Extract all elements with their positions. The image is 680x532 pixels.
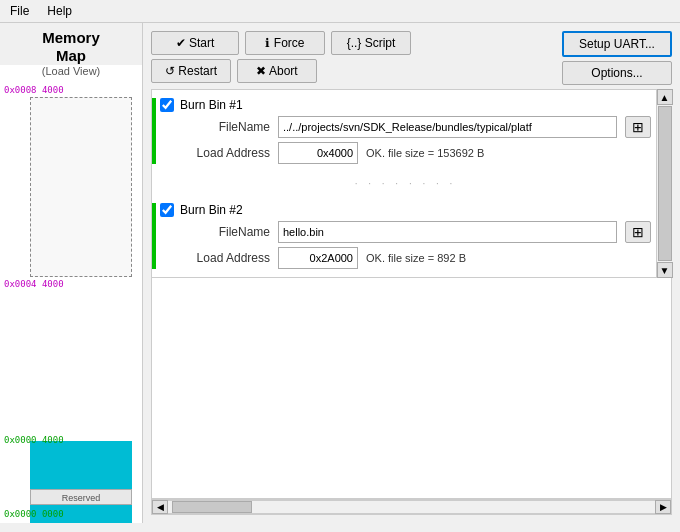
burn-bin-1: Burn Bin #1 FileName ⊞ Load Address [160,98,651,164]
script-button[interactable]: {..} Script [331,31,411,55]
toolbar-right: Setup UART... Options... [562,31,672,85]
toolbar-row-1: ✔ Start ℹ Force {..} Script [151,31,411,55]
bin1-left-bar [152,98,156,164]
setup-uart-button[interactable]: Setup UART... [562,31,672,57]
bin1-checkbox[interactable] [160,98,174,112]
bin2-label: Burn Bin #2 [180,203,243,217]
scroll-down-button[interactable]: ▼ [657,262,673,278]
content-area: Burn Bin #1 FileName ⊞ Load Address [143,89,680,523]
scroll-left-button[interactable]: ◀ [152,500,168,514]
bin1-load-address-label: Load Address [180,146,270,160]
lower-area [151,278,672,499]
bin1-filename-label: FileName [180,120,270,134]
bin2-body: FileName ⊞ Load Address OK. file size = … [160,221,651,269]
bin2-browse-button[interactable]: ⊞ [625,221,651,243]
burn-bin-2: Burn Bin #2 FileName ⊞ Load Address [160,203,651,269]
bin2-filename-input[interactable] [278,221,617,243]
mem-label-bottom: 0x0000 0000 [4,509,64,519]
bin1-status: OK. file size = 153692 B [366,147,484,159]
bin2-left-bar [152,203,156,269]
restart-button[interactable]: ↺ Restart [151,59,231,83]
memory-map-area: 0x0008 4000 0x0004 4000 0x0000 4000 Rese… [0,81,142,523]
bin1-filename-row: FileName ⊞ [180,116,651,138]
bins-area: Burn Bin #1 FileName ⊞ Load Address [151,89,672,278]
bin1-body: FileName ⊞ Load Address OK. file size = … [160,116,651,164]
bin2-filename-label: FileName [180,225,270,239]
menu-file[interactable]: File [6,2,33,20]
menu-bar: File Help [0,0,680,23]
bin2-checkbox[interactable] [160,203,174,217]
toolbar: ✔ Start ℹ Force {..} Script ↺ Restart ✖ … [143,23,680,89]
main-layout: MemoryMap (Load View) 0x0008 4000 0x0004… [0,23,680,523]
scroll-h-track [168,500,655,514]
right-panel: ✔ Start ℹ Force {..} Script ↺ Restart ✖ … [143,23,680,523]
force-button[interactable]: ℹ Force [245,31,325,55]
start-button[interactable]: ✔ Start [151,31,239,55]
bin2-header: Burn Bin #2 [160,203,651,217]
menu-help[interactable]: Help [43,2,76,20]
bin1-header: Burn Bin #1 [160,98,651,112]
bin1-address-row: Load Address OK. file size = 153692 B [180,142,651,164]
sidebar: MemoryMap (Load View) 0x0008 4000 0x0004… [0,23,143,523]
bin1-browse-button[interactable]: ⊞ [625,116,651,138]
bin2-load-address-label: Load Address [180,251,270,265]
bin1-load-address-input[interactable] [278,142,358,164]
options-button[interactable]: Options... [562,61,672,85]
bin2-status: OK. file size = 892 B [366,252,466,264]
bin1-label: Burn Bin #1 [180,98,243,112]
toolbar-left: ✔ Start ℹ Force {..} Script ↺ Restart ✖ … [151,31,411,83]
abort-button[interactable]: ✖ Abort [237,59,317,83]
vertical-scrollbar: ▲ ▼ [656,89,672,278]
dots-divider: · · · · · · · · [160,176,651,191]
sidebar-title: MemoryMap [0,23,142,65]
mem-label-mid: 0x0004 4000 [4,279,64,289]
bins-scroll-container: Burn Bin #1 FileName ⊞ Load Address [151,89,672,278]
scroll-right-button[interactable]: ▶ [655,500,671,514]
bin1-filename-input[interactable] [278,116,617,138]
mem-block-main [30,97,132,277]
bin2-filename-row: FileName ⊞ [180,221,651,243]
scroll-up-button[interactable]: ▲ [657,89,673,105]
horizontal-scrollbar: ◀ ▶ [151,499,672,515]
mem-reserved: Reserved [30,489,132,505]
toolbar-row-2: ↺ Restart ✖ Abort [151,59,411,83]
scroll-h-thumb[interactable] [172,501,252,513]
scroll-thumb[interactable] [658,106,672,261]
bin2-load-address-input[interactable] [278,247,358,269]
sidebar-subtitle: (Load View) [0,65,142,81]
mem-label-top: 0x0008 4000 [4,85,64,95]
bin2-address-row: Load Address OK. file size = 892 B [180,247,651,269]
mem-label-low: 0x0000 4000 [4,435,64,445]
